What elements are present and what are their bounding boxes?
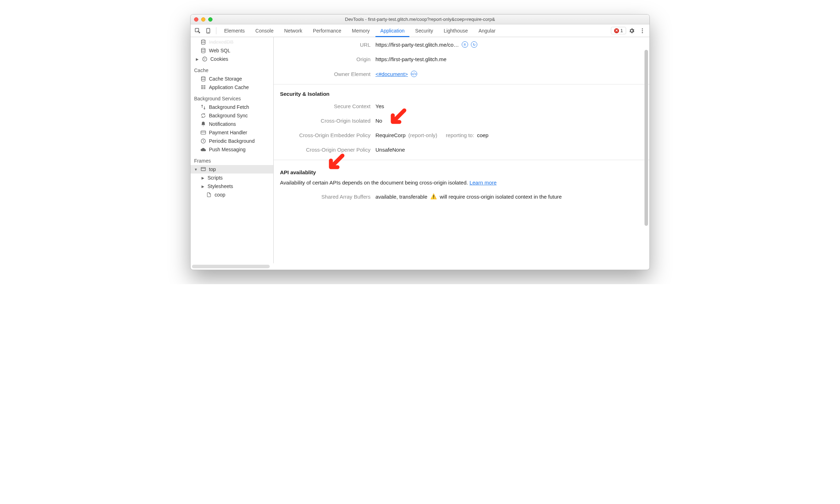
sidebar-item-indexeddb[interactable]: IndexedDB	[191, 38, 273, 46]
sidebar-item-bg-sync[interactable]: Background Sync	[191, 111, 273, 120]
sidebar-item-scripts[interactable]: ▶ Scripts	[191, 174, 273, 182]
tab-lighthouse[interactable]: Lighthouse	[439, 24, 473, 37]
coep-reporting-label: reporting to:	[446, 132, 474, 138]
reveal-icon[interactable]: ↻	[471, 41, 477, 48]
label: Notifications	[209, 121, 236, 127]
coop-value: UnsafeNone	[375, 147, 405, 153]
label: Payment Handler	[209, 130, 247, 135]
security-section-title: Security & Isolation	[280, 91, 643, 97]
tab-security[interactable]: Security	[410, 24, 438, 37]
api-desc-text: Availability of certain APIs depends on …	[280, 180, 469, 186]
owner-link[interactable]: <#document>	[375, 71, 408, 77]
label: coop	[215, 192, 225, 198]
svg-point-12	[202, 76, 205, 78]
sidebar-section-frames: Frames	[191, 154, 273, 165]
cookie-icon	[202, 56, 208, 62]
svg-point-8	[203, 57, 207, 61]
tab-memory[interactable]: Memory	[347, 24, 375, 37]
svg-point-6	[202, 40, 205, 41]
sidebar-item-frame-top[interactable]: ▼ top	[191, 165, 273, 174]
code-icon[interactable]: </>	[411, 71, 417, 77]
owner-label: Owner Element	[280, 71, 375, 77]
svg-point-5	[642, 32, 643, 33]
tab-angular[interactable]: Angular	[473, 24, 500, 37]
sync-icon	[200, 113, 206, 118]
svg-point-11	[204, 59, 205, 60]
coi-label: Cross-Origin Isolated	[280, 118, 375, 124]
svg-point-4	[642, 30, 643, 31]
database-icon	[200, 39, 206, 45]
horizontal-scrollbar[interactable]	[192, 265, 270, 268]
settings-icon[interactable]	[627, 28, 637, 34]
window-icon	[200, 166, 206, 172]
cloud-icon	[200, 147, 206, 152]
sidebar-item-app-cache[interactable]: Application Cache	[191, 83, 273, 92]
svg-point-10	[205, 58, 205, 59]
coep-value: RequireCorp	[375, 132, 406, 138]
tab-performance[interactable]: Performance	[308, 24, 346, 37]
svg-rect-19	[201, 131, 205, 134]
card-icon	[200, 130, 206, 135]
grid-icon	[200, 84, 206, 90]
sab-warning: will require cross-origin isolated conte…	[440, 194, 562, 200]
sidebar-item-payment[interactable]: Payment Handler	[191, 128, 273, 137]
sidebar-section-background: Background Services	[191, 92, 273, 103]
caret-icon: ▶	[196, 57, 199, 61]
transfer-icon	[200, 104, 206, 110]
svg-point-9	[204, 58, 204, 59]
sidebar-item-periodic[interactable]: Periodic Background	[191, 137, 273, 145]
sidebar-item-cache-storage[interactable]: Cache Storage	[191, 75, 273, 83]
database-icon	[200, 76, 206, 82]
sidebar-item-push[interactable]: Push Messaging	[191, 145, 273, 154]
row-url: URL https://first-party-test.glitch.me/c…	[280, 37, 643, 52]
svg-rect-16	[204, 87, 205, 88]
svg-rect-22	[201, 168, 205, 171]
titlebar: DevTools - first-party-test.glitch.me/co…	[191, 14, 649, 24]
error-icon: ✕	[614, 28, 619, 33]
svg-rect-18	[204, 88, 205, 89]
divider	[274, 84, 649, 84]
vertical-scrollbar[interactable]	[644, 50, 649, 257]
svg-point-3	[642, 28, 643, 29]
coep-reporting-value: coep	[477, 132, 489, 138]
devtools-toolbar: Elements Console Network Performance Mem…	[191, 24, 649, 37]
copy-icon[interactable]: ⎘	[462, 41, 468, 48]
label: Background Fetch	[209, 104, 249, 110]
origin-label: Origin	[280, 56, 375, 62]
tab-elements[interactable]: Elements	[219, 24, 250, 37]
more-menu-icon[interactable]	[637, 28, 647, 34]
label: Push Messaging	[209, 147, 246, 152]
inspect-element-icon[interactable]	[193, 26, 203, 36]
origin-value: https://first-party-test.glitch.me	[375, 56, 447, 62]
label: top	[209, 166, 216, 172]
sidebar-section-cache: Cache	[191, 63, 273, 75]
tab-application[interactable]: Application	[375, 24, 410, 37]
label: Periodic Background	[209, 138, 255, 144]
sidebar-item-notifications[interactable]: Notifications	[191, 120, 273, 128]
tab-network[interactable]: Network	[279, 24, 307, 37]
sidebar-item-websql[interactable]: Web SQL	[191, 46, 273, 55]
tab-console[interactable]: Console	[250, 24, 278, 37]
learn-more-link[interactable]: Learn more	[469, 180, 497, 186]
label: Stylesheets	[208, 183, 233, 189]
label: Cookies	[210, 56, 228, 62]
error-badge[interactable]: ✕ 1	[611, 27, 626, 34]
svg-point-7	[202, 48, 205, 49]
svg-rect-14	[204, 86, 205, 86]
sidebar-item-bg-fetch[interactable]: Background Fetch	[191, 103, 273, 111]
row-origin: Origin https://first-party-test.glitch.m…	[280, 52, 643, 66]
secure-context-label: Secure Context	[280, 103, 375, 109]
row-secure-context: Secure Context Yes	[280, 99, 643, 113]
caret-down-icon: ▼	[194, 168, 198, 171]
label: Background Sync	[209, 113, 248, 118]
caret-icon: ▶	[201, 184, 205, 188]
sab-label: Shared Array Buffers	[280, 194, 375, 200]
sidebar-item-coop[interactable]: coop	[191, 191, 273, 199]
sidebar-item-stylesheets[interactable]: ▶ Stylesheets	[191, 182, 273, 191]
coi-value: No	[375, 118, 382, 124]
device-toolbar-icon[interactable]	[203, 26, 213, 36]
file-icon	[206, 192, 212, 198]
svg-rect-15	[201, 87, 203, 88]
sidebar-item-cookies[interactable]: ▶ Cookies	[191, 55, 273, 63]
divider	[274, 160, 649, 160]
